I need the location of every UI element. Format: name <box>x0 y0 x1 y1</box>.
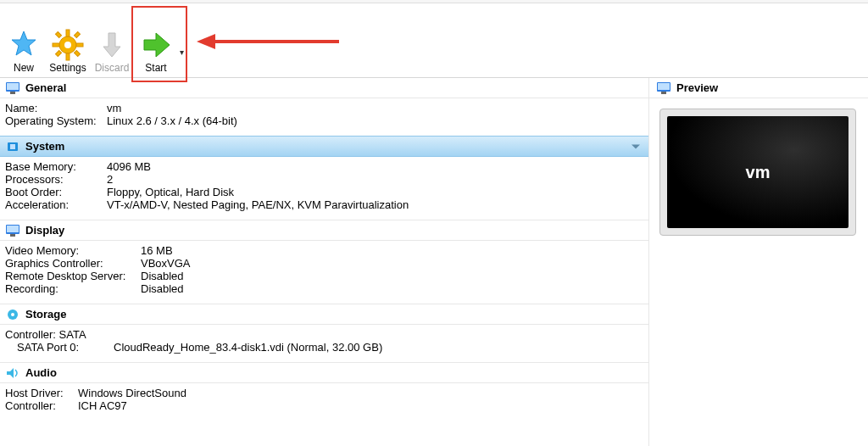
svg-marker-12 <box>144 33 170 57</box>
svg-marker-14 <box>197 34 215 49</box>
toolbar: New Settings <box>0 3 868 78</box>
new-label: New <box>14 62 34 74</box>
display-recording-label: Recording: <box>5 282 141 295</box>
section-header-display[interactable]: Display <box>0 220 648 241</box>
discard-label: Discard <box>95 62 130 74</box>
display-gctrl-value: VBoxVGA <box>141 257 191 270</box>
svg-rect-28 <box>661 92 666 94</box>
display-vmem-value: 16 MB <box>141 244 173 257</box>
start-button[interactable]: Start <box>136 28 176 74</box>
system-basemem-label: Base Memory: <box>5 160 107 173</box>
section-title-storage: Storage <box>25 308 66 321</box>
section-title-system: System <box>25 140 64 153</box>
system-bootorder-label: Boot Order: <box>5 186 107 198</box>
svg-marker-11 <box>103 33 120 57</box>
section-title-preview: Preview <box>676 81 718 94</box>
system-acceleration-label: Acceleration: <box>5 198 107 211</box>
details-pane: General Name: vm Operating System: Linux… <box>0 78 649 446</box>
section-header-audio[interactable]: Audio <box>0 362 648 383</box>
svg-rect-17 <box>10 92 15 94</box>
svg-rect-22 <box>10 234 15 237</box>
svg-rect-27 <box>658 83 670 90</box>
monitor-icon <box>5 82 20 94</box>
start-arrow-icon <box>139 28 173 62</box>
section-body-general: Name: vm Operating System: Linux 2.6 / 3… <box>0 98 648 136</box>
audio-controller-label: Controller: <box>5 399 78 412</box>
general-os-label: Operating System: <box>5 114 107 127</box>
system-bootorder-value: Floppy, Optical, Hard Disk <box>107 186 234 198</box>
storage-controller-label: Controller: SATA <box>5 328 643 341</box>
section-body-audio: Host Driver: Windows DirectSound Control… <box>0 383 648 421</box>
general-name-value: vm <box>107 102 121 114</box>
section-body-system: Base Memory: 4096 MB Processors: 2 Boot … <box>0 157 648 220</box>
svg-marker-25 <box>7 368 14 378</box>
audio-hostdriver-label: Host Driver: <box>5 387 78 399</box>
general-os-value: Linux 2.6 / 3.x / 4.x (64-bit) <box>107 114 237 127</box>
new-button[interactable]: New <box>3 28 44 74</box>
start-button-group: Start ▾ <box>136 28 192 74</box>
display-vmem-label: Video Memory: <box>5 244 141 257</box>
svg-rect-6 <box>55 31 61 37</box>
svg-rect-8 <box>74 31 80 37</box>
general-name-label: Name: <box>5 102 107 114</box>
audio-hostdriver-value: Windows DirectSound <box>78 387 186 399</box>
audio-controller-value: ICH AC97 <box>78 399 127 412</box>
start-label: Start <box>145 62 166 74</box>
system-processors-value: 2 <box>107 173 113 186</box>
section-title-audio: Audio <box>25 366 57 379</box>
system-acceleration-value: VT-x/AMD-V, Nested Paging, PAE/NX, KVM P… <box>107 198 409 211</box>
system-basemem-value: 4096 MB <box>107 160 151 173</box>
new-icon <box>7 28 41 62</box>
svg-point-24 <box>11 313 14 316</box>
system-processors-label: Processors: <box>5 173 107 186</box>
preview-frame[interactable]: vm <box>659 109 856 236</box>
start-dropdown-caret[interactable]: ▾ <box>180 47 192 74</box>
svg-rect-21 <box>7 226 19 232</box>
section-title-display: Display <box>25 224 64 237</box>
preview-vm-name: vm <box>746 163 771 182</box>
settings-label: Settings <box>49 62 86 74</box>
section-header-preview[interactable]: Preview <box>649 78 868 98</box>
content-area: General Name: vm Operating System: Linux… <box>0 78 868 446</box>
svg-rect-3 <box>66 53 70 60</box>
preview-box-wrap: vm <box>649 98 868 246</box>
display-icon <box>5 225 20 237</box>
preview-pane: Preview vm <box>649 78 868 446</box>
section-header-storage[interactable]: Storage <box>0 304 648 325</box>
preview-monitor-icon <box>656 82 671 94</box>
section-body-storage: Controller: SATA SATA Port 0: CloudReady… <box>0 325 648 362</box>
section-header-system[interactable]: System <box>0 136 648 157</box>
svg-rect-2 <box>66 30 70 36</box>
discard-icon <box>95 28 129 62</box>
svg-rect-4 <box>53 43 59 47</box>
storage-port-value: CloudReady_Home_83.4-disk1.vdi (Normal, … <box>114 341 382 354</box>
annotation-arrow <box>195 29 348 57</box>
svg-rect-16 <box>7 83 19 90</box>
svg-rect-19 <box>10 144 15 149</box>
section-header-general[interactable]: General <box>0 78 648 98</box>
svg-rect-7 <box>74 50 80 56</box>
section-body-display: Video Memory: 16 MB Graphics Controller:… <box>0 241 648 304</box>
chip-icon <box>5 141 20 153</box>
speaker-icon <box>5 367 20 379</box>
svg-rect-9 <box>55 50 61 56</box>
svg-rect-5 <box>76 43 83 47</box>
discard-button[interactable]: Discard <box>92 28 132 74</box>
display-rds-value: Disabled <box>141 270 184 282</box>
storage-port-label: SATA Port 0: <box>17 341 114 354</box>
display-recording-value: Disabled <box>141 282 184 295</box>
svg-point-10 <box>64 42 71 48</box>
preview-screen: vm <box>667 116 849 228</box>
settings-button[interactable]: Settings <box>47 28 88 74</box>
display-gctrl-label: Graphics Controller: <box>5 257 141 270</box>
display-rds-label: Remote Desktop Server: <box>5 270 141 282</box>
disk-icon <box>5 309 20 321</box>
gear-icon <box>51 28 85 62</box>
section-title-general: General <box>25 81 66 94</box>
svg-marker-0 <box>12 31 36 55</box>
